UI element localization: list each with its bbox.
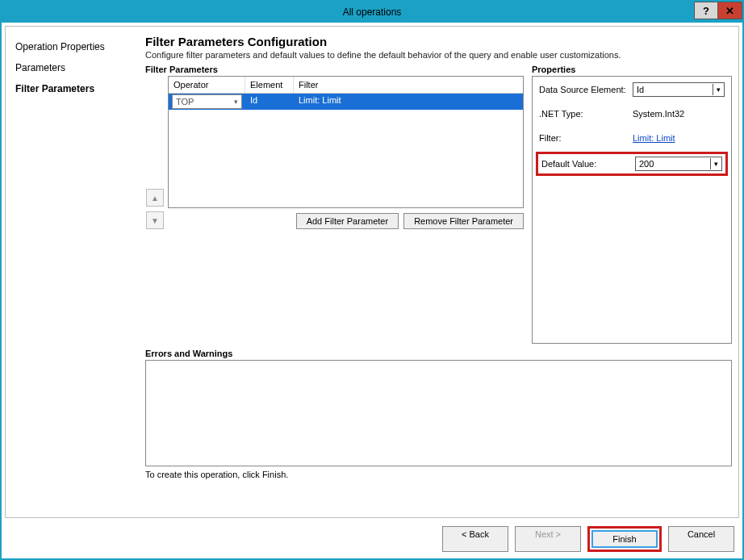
move-up-button[interactable]: ▲: [146, 189, 164, 207]
page-title: Filter Parameters Configuration: [145, 35, 732, 48]
filter-parameters-grid[interactable]: Operator Element Filter TOP ▾: [168, 76, 524, 208]
errors-and-warnings-box: [145, 360, 732, 466]
main-panel: Filter Parameters Configuration Configur…: [145, 33, 732, 514]
sidebar-item-filter-parameters[interactable]: Filter Parameters: [12, 78, 145, 99]
grid-row[interactable]: TOP ▾ Id Limit: Limit: [169, 94, 523, 110]
next-button: Next >: [515, 526, 581, 552]
dialog-window: All operations ? ✕ Operation Properties …: [0, 0, 744, 560]
grid-cell-element: Id: [245, 94, 294, 110]
finish-button[interactable]: Finish: [591, 530, 658, 548]
data-source-element-value: Id: [637, 85, 644, 94]
finish-button-highlight: Finish: [587, 526, 662, 552]
grid-cell-filter: Limit: Limit: [294, 94, 523, 110]
titlebar: All operations ? ✕: [2, 2, 742, 23]
data-source-element-label: Data Source Element:: [539, 85, 628, 94]
errors-and-warnings-label: Errors and Warnings: [145, 349, 732, 358]
move-down-button[interactable]: ▼: [146, 211, 164, 229]
data-source-element-select[interactable]: Id ▾: [633, 82, 725, 97]
close-button[interactable]: ✕: [718, 2, 742, 19]
default-value-row-highlighted: Default Value: 200 ▾: [536, 152, 728, 176]
filter-link[interactable]: Limit: Limit: [633, 133, 675, 143]
grid-header: Operator Element Filter: [169, 77, 523, 94]
window-title: All operations: [2, 6, 742, 18]
default-value-select[interactable]: 200 ▾: [635, 157, 722, 171]
default-value-text: 200: [639, 159, 654, 169]
reorder-buttons: ▲ ▼: [145, 76, 165, 229]
cancel-button[interactable]: Cancel: [668, 526, 734, 552]
dialog-content: Operation Properties Parameters Filter P…: [5, 26, 739, 518]
net-type-value: System.Int32: [633, 109, 725, 119]
properties-label: Properties: [532, 65, 732, 74]
chevron-down-icon: ▾: [234, 98, 238, 106]
grid-header-filter: Filter: [294, 77, 523, 93]
filter-label: Filter:: [539, 133, 628, 143]
operator-value: TOP: [176, 97, 194, 107]
grid-header-element: Element: [245, 77, 294, 93]
sidebar: Operation Properties Parameters Filter P…: [12, 33, 145, 514]
remove-filter-parameter-button[interactable]: Remove Filter Parameter: [403, 213, 524, 229]
sidebar-item-parameters[interactable]: Parameters: [12, 57, 145, 78]
operator-select[interactable]: TOP ▾: [172, 94, 242, 109]
sidebar-item-operation-properties[interactable]: Operation Properties: [12, 36, 145, 57]
filter-parameters-label: Filter Parameters: [145, 65, 524, 74]
back-button[interactable]: < Back: [442, 526, 508, 552]
help-button[interactable]: ?: [694, 2, 718, 19]
footer-buttons: < Back Next > Finish Cancel: [2, 521, 742, 558]
default-value-label: Default Value:: [541, 159, 630, 169]
page-subtitle: Configure filter parameters and default …: [145, 50, 732, 60]
titlebar-controls: ? ✕: [694, 2, 742, 19]
chevron-down-icon: ▾: [713, 84, 721, 95]
properties-panel: Data Source Element: Id ▾ .NET Type: Sys…: [532, 76, 732, 344]
add-filter-parameter-button[interactable]: Add Filter Parameter: [296, 213, 399, 229]
hint-text: To create this operation, click Finish.: [145, 470, 732, 479]
net-type-label: .NET Type:: [539, 109, 628, 119]
chevron-down-icon: ▾: [710, 158, 718, 169]
grid-header-operator: Operator: [169, 77, 245, 93]
